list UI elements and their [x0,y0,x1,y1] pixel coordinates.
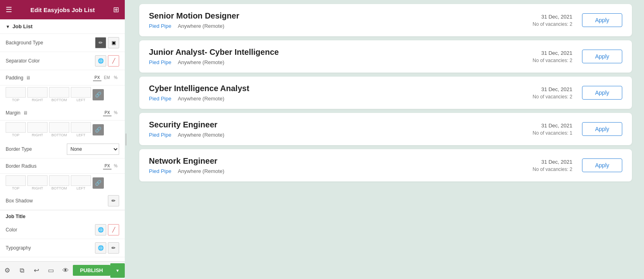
margin-top-label: TOP [12,133,19,137]
panel-header: ☰ Edit Easyjobs Job List ⊞ [0,0,125,19]
job-vacancies-3: No of vacancies: 1 [508,130,572,136]
padding-responsive-icon[interactable]: 🖥 [26,75,31,81]
padding-units: PX EM % [93,75,119,81]
layers-icon-btn[interactable]: ⧉ [14,263,29,278]
apply-button-2[interactable]: Apply [582,86,622,100]
padding-left-group: LEFT [71,87,91,102]
apply-button-4[interactable]: Apply [582,158,622,172]
job-card: Security Engineer Pied Pipe Anywhere (Re… [139,113,632,145]
padding-right-group: RIGHT [27,87,47,102]
border-radius-left-group: LEFT [71,175,91,190]
separator-color-controls: 🌐 ╱ [95,55,119,67]
job-meta-0: Pied Pipe Anywhere (Remote) [149,23,508,29]
job-list-section: ▼ Job List [0,19,125,34]
border-radius-link-btn[interactable]: 🔗 [93,177,104,189]
separator-color-clear-btn[interactable]: ╱ [108,55,119,67]
margin-top-input[interactable] [6,122,26,133]
job-date-4: 31 Dec, 2021 [508,159,572,165]
margin-unit-percent[interactable]: % [112,110,119,116]
separator-color-row: Separator Color 🌐 ╱ [0,52,125,70]
color-globe-btn[interactable]: 🌐 [95,224,106,235]
margin-unit-px[interactable]: PX [103,110,111,116]
margin-left-input[interactable] [71,122,91,133]
separator-color-globe-btn[interactable]: 🌐 [95,55,106,67]
border-radius-bottom-input[interactable] [49,175,69,186]
margin-right-input[interactable] [27,122,47,133]
margin-left-label: LEFT [76,133,85,137]
border-radius-top-group: TOP [6,175,26,190]
border-type-label: Border Type [6,146,32,152]
typography-row: Typography 🌐 ✏ [0,239,125,257]
border-radius-unit-px[interactable]: PX [103,163,111,169]
job-date-vacancies-0: 31 Dec, 2021 No of vacancies: 2 [508,14,572,27]
margin-link-btn[interactable]: 🔗 [93,124,104,135]
margin-right-label: RIGHT [32,133,43,137]
collapse-arrow[interactable]: ▼ [6,24,10,29]
left-panel: ☰ Edit Easyjobs Job List ⊞ ▼ Job List Ba… [0,0,125,279]
padding-label: Padding [6,75,23,81]
border-radius-unit-percent[interactable]: % [112,163,119,169]
job-meta-2: Pied Pipe Anywhere (Remote) [149,96,508,102]
grid-icon[interactable]: ⊞ [113,5,119,14]
job-title-4: Network Engineer [149,156,508,166]
padding-link-btn[interactable]: 🔗 [93,89,104,100]
eye-icon-btn[interactable]: 👁 [58,263,73,278]
border-radius-units: PX % [103,163,119,169]
publish-button[interactable]: PUBLISH [73,265,110,276]
job-location-4: Anywhere (Remote) [178,168,225,174]
padding-unit-em[interactable]: EM [102,75,111,81]
margin-responsive-icon[interactable]: 🖥 [23,110,28,116]
padding-top-input[interactable] [6,87,26,98]
border-type-select[interactable]: None Solid Dashed Dotted Double [67,144,119,155]
typography-globe-btn[interactable]: 🌐 [95,242,106,254]
job-meta-4: Pied Pipe Anywhere (Remote) [149,168,508,174]
responsive-icon-btn[interactable]: ▭ [43,263,58,278]
settings-icon-btn[interactable]: ⚙ [0,263,14,278]
border-radius-left-label: LEFT [76,186,85,190]
apply-button-3[interactable]: Apply [582,122,622,136]
job-company-1: Pied Pipe [149,59,171,65]
apply-button-1[interactable]: Apply [582,50,622,63]
margin-bottom-input[interactable] [49,122,69,133]
padding-unit-px[interactable]: PX [93,75,101,81]
job-date-vacancies-4: 31 Dec, 2021 No of vacancies: 2 [508,159,572,172]
border-radius-row: Border Radius PX % [0,158,125,174]
job-title-2: Cyber Intelligence Analyst [149,84,508,93]
padding-bottom-input[interactable] [49,87,69,98]
box-shadow-edit-btn[interactable]: ✏ [108,195,119,206]
padding-right-input[interactable] [27,87,47,98]
background-type-gradient-btn[interactable]: ▣ [108,37,119,48]
padding-right-label: RIGHT [32,98,43,102]
job-date-2: 31 Dec, 2021 [508,86,572,92]
margin-top-group: TOP [6,122,26,137]
job-date-1: 31 Dec, 2021 [508,50,572,56]
job-info-2: Cyber Intelligence Analyst Pied Pipe Any… [149,84,508,102]
border-radius-right-input[interactable] [27,175,47,186]
color-row: Color 🌐 ╱ [0,221,125,239]
job-title-1: Junior Analyst- Cyber Intelligence [149,48,508,57]
background-type-solid-btn[interactable]: ✏ [95,37,106,48]
padding-bottom-group: BOTTOM [49,87,69,102]
apply-button-0[interactable]: Apply [582,13,622,27]
history-icon-btn[interactable]: ↩ [29,263,43,278]
job-date-vacancies-2: 31 Dec, 2021 No of vacancies: 2 [508,86,572,100]
padding-unit-percent[interactable]: % [112,75,119,81]
typography-edit-btn[interactable]: ✏ [108,242,119,254]
job-location-3: Anywhere (Remote) [178,132,225,138]
padding-left-input[interactable] [71,87,91,98]
border-radius-inputs-row: TOP RIGHT BOTTOM LEFT 🔗 [0,174,125,190]
job-vacancies-2: No of vacancies: 2 [508,94,572,100]
color-clear-btn[interactable]: ╱ [108,224,119,235]
hamburger-icon[interactable]: ☰ [6,5,12,14]
panel-body: ▼ Job List Background Type ✏ ▣ Separator… [0,19,125,261]
job-company-0: Pied Pipe [149,23,171,29]
margin-left-group: LEFT [71,122,91,137]
background-type-controls: ✏ ▣ [95,37,119,48]
publish-arrow-btn[interactable]: ▾ [110,263,125,278]
border-radius-top-input[interactable] [6,175,26,186]
job-card: Senior Motion Designer Pied Pipe Anywher… [139,4,632,36]
job-company-4: Pied Pipe [149,168,171,174]
color-label: Color [6,227,17,233]
margin-inputs-row: TOP RIGHT BOTTOM LEFT 🔗 [0,121,125,137]
border-radius-left-input[interactable] [71,175,91,186]
